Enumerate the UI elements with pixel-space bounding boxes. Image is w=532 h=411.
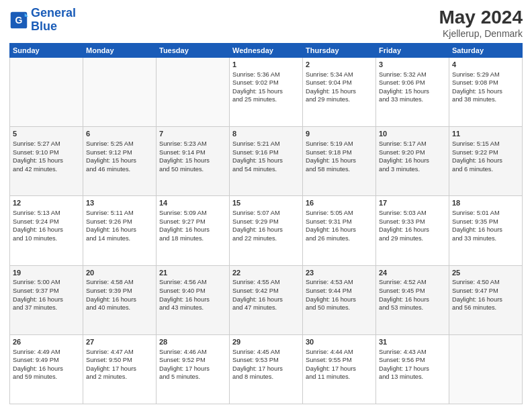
table-row: 12Sunrise: 5:13 AMSunset: 9:24 PMDayligh… bbox=[10, 196, 83, 265]
day-info: Sunrise: 5:11 AMSunset: 9:26 PMDaylight:… bbox=[86, 209, 153, 242]
calendar-table: Sunday Monday Tuesday Wednesday Thursday… bbox=[9, 43, 523, 404]
logo-icon: G bbox=[9, 11, 28, 30]
table-row: 22Sunrise: 4:55 AMSunset: 9:42 PMDayligh… bbox=[230, 265, 303, 334]
day-number: 15 bbox=[232, 198, 300, 208]
day-number: 18 bbox=[452, 198, 519, 208]
day-info: Sunrise: 4:49 AMSunset: 9:49 PMDaylight:… bbox=[13, 348, 80, 381]
logo-text: General Blue bbox=[31, 7, 76, 34]
day-info: Sunrise: 4:58 AMSunset: 9:39 PMDaylight:… bbox=[86, 278, 153, 312]
table-row: 10Sunrise: 5:17 AMSunset: 9:20 PMDayligh… bbox=[376, 127, 449, 196]
day-info: Sunrise: 5:36 AMSunset: 9:02 PMDaylight:… bbox=[232, 71, 300, 104]
day-info: Sunrise: 4:50 AMSunset: 9:47 PMDaylight:… bbox=[452, 278, 519, 312]
day-info: Sunrise: 4:45 AMSunset: 9:53 PMDaylight:… bbox=[232, 348, 300, 381]
day-number: 26 bbox=[13, 337, 80, 347]
day-info: Sunrise: 4:44 AMSunset: 9:55 PMDaylight:… bbox=[306, 348, 373, 381]
table-row: 28Sunrise: 4:46 AMSunset: 9:52 PMDayligh… bbox=[157, 334, 230, 404]
day-number: 1 bbox=[232, 60, 300, 70]
col-monday: Monday bbox=[83, 44, 157, 58]
day-number: 8 bbox=[232, 129, 300, 139]
table-row: 13Sunrise: 5:11 AMSunset: 9:26 PMDayligh… bbox=[83, 196, 157, 265]
day-info: Sunrise: 4:56 AMSunset: 9:40 PMDaylight:… bbox=[159, 278, 226, 312]
day-info: Sunrise: 4:43 AMSunset: 9:56 PMDaylight:… bbox=[379, 348, 446, 381]
calendar-week-row: 1Sunrise: 5:36 AMSunset: 9:02 PMDaylight… bbox=[10, 58, 523, 127]
day-number: 12 bbox=[13, 198, 80, 208]
day-info: Sunrise: 5:32 AMSunset: 9:06 PMDaylight:… bbox=[379, 71, 446, 104]
day-info: Sunrise: 5:21 AMSunset: 9:16 PMDaylight:… bbox=[232, 140, 300, 173]
table-row bbox=[449, 334, 523, 404]
table-row: 5Sunrise: 5:27 AMSunset: 9:10 PMDaylight… bbox=[10, 127, 83, 196]
table-row: 30Sunrise: 4:44 AMSunset: 9:55 PMDayligh… bbox=[303, 334, 376, 404]
day-number: 10 bbox=[379, 129, 446, 139]
day-number: 2 bbox=[306, 60, 373, 70]
table-row: 29Sunrise: 4:45 AMSunset: 9:53 PMDayligh… bbox=[230, 334, 303, 404]
day-number: 14 bbox=[159, 198, 226, 208]
day-number: 29 bbox=[232, 337, 300, 347]
table-row: 19Sunrise: 5:00 AMSunset: 9:37 PMDayligh… bbox=[10, 265, 83, 334]
table-row: 26Sunrise: 4:49 AMSunset: 9:49 PMDayligh… bbox=[10, 334, 83, 404]
day-number: 30 bbox=[306, 337, 373, 347]
col-saturday: Saturday bbox=[449, 44, 523, 58]
day-info: Sunrise: 4:53 AMSunset: 9:44 PMDaylight:… bbox=[306, 278, 373, 312]
day-info: Sunrise: 5:15 AMSunset: 9:22 PMDaylight:… bbox=[452, 140, 519, 173]
table-row: 16Sunrise: 5:05 AMSunset: 9:31 PMDayligh… bbox=[303, 196, 376, 265]
day-number: 24 bbox=[379, 268, 446, 278]
day-info: Sunrise: 5:05 AMSunset: 9:31 PMDaylight:… bbox=[306, 209, 373, 242]
table-row: 1Sunrise: 5:36 AMSunset: 9:02 PMDaylight… bbox=[230, 58, 303, 127]
day-number: 13 bbox=[86, 198, 153, 208]
col-thursday: Thursday bbox=[303, 44, 376, 58]
day-info: Sunrise: 5:34 AMSunset: 9:04 PMDaylight:… bbox=[306, 71, 373, 104]
day-info: Sunrise: 5:07 AMSunset: 9:29 PMDaylight:… bbox=[232, 209, 300, 242]
day-info: Sunrise: 5:23 AMSunset: 9:14 PMDaylight:… bbox=[159, 140, 226, 173]
table-row bbox=[10, 58, 83, 127]
table-row: 24Sunrise: 4:52 AMSunset: 9:45 PMDayligh… bbox=[376, 265, 449, 334]
calendar-week-row: 26Sunrise: 4:49 AMSunset: 9:49 PMDayligh… bbox=[10, 334, 523, 404]
day-info: Sunrise: 5:01 AMSunset: 9:35 PMDaylight:… bbox=[452, 209, 519, 242]
day-info: Sunrise: 5:17 AMSunset: 9:20 PMDaylight:… bbox=[379, 140, 446, 173]
table-row: 17Sunrise: 5:03 AMSunset: 9:33 PMDayligh… bbox=[376, 196, 449, 265]
day-number: 5 bbox=[13, 129, 80, 139]
day-number: 28 bbox=[159, 337, 226, 347]
calendar-week-row: 12Sunrise: 5:13 AMSunset: 9:24 PMDayligh… bbox=[10, 196, 523, 265]
table-row bbox=[83, 58, 157, 127]
table-row: 15Sunrise: 5:07 AMSunset: 9:29 PMDayligh… bbox=[230, 196, 303, 265]
day-number: 11 bbox=[452, 129, 519, 139]
table-row: 4Sunrise: 5:29 AMSunset: 9:08 PMDaylight… bbox=[449, 58, 523, 127]
table-row: 7Sunrise: 5:23 AMSunset: 9:14 PMDaylight… bbox=[157, 127, 230, 196]
day-number: 9 bbox=[306, 129, 373, 139]
day-info: Sunrise: 5:29 AMSunset: 9:08 PMDaylight:… bbox=[452, 71, 519, 104]
day-number: 16 bbox=[306, 198, 373, 208]
day-number: 6 bbox=[86, 129, 153, 139]
table-row: 11Sunrise: 5:15 AMSunset: 9:22 PMDayligh… bbox=[449, 127, 523, 196]
day-number: 23 bbox=[306, 268, 373, 278]
table-row: 3Sunrise: 5:32 AMSunset: 9:06 PMDaylight… bbox=[376, 58, 449, 127]
day-number: 20 bbox=[86, 268, 153, 278]
day-info: Sunrise: 5:25 AMSunset: 9:12 PMDaylight:… bbox=[86, 140, 153, 173]
table-row: 9Sunrise: 5:19 AMSunset: 9:18 PMDaylight… bbox=[303, 127, 376, 196]
day-info: Sunrise: 5:27 AMSunset: 9:10 PMDaylight:… bbox=[13, 140, 80, 173]
table-row: 31Sunrise: 4:43 AMSunset: 9:56 PMDayligh… bbox=[376, 334, 449, 404]
svg-text:G: G bbox=[15, 15, 23, 26]
day-info: Sunrise: 5:09 AMSunset: 9:27 PMDaylight:… bbox=[159, 209, 226, 242]
day-info: Sunrise: 4:46 AMSunset: 9:52 PMDaylight:… bbox=[159, 348, 226, 381]
day-number: 27 bbox=[86, 337, 153, 347]
table-row: 23Sunrise: 4:53 AMSunset: 9:44 PMDayligh… bbox=[303, 265, 376, 334]
title-block: May 2024 Kjellerup, Denmark bbox=[439, 7, 523, 39]
day-number: 17 bbox=[379, 198, 446, 208]
month-year-title: May 2024 bbox=[439, 7, 523, 28]
table-row: 27Sunrise: 4:47 AMSunset: 9:50 PMDayligh… bbox=[83, 334, 157, 404]
col-friday: Friday bbox=[376, 44, 449, 58]
day-info: Sunrise: 4:52 AMSunset: 9:45 PMDaylight:… bbox=[379, 278, 446, 312]
day-number: 19 bbox=[13, 268, 80, 278]
day-number: 31 bbox=[379, 337, 446, 347]
day-info: Sunrise: 4:55 AMSunset: 9:42 PMDaylight:… bbox=[232, 278, 300, 312]
table-row: 6Sunrise: 5:25 AMSunset: 9:12 PMDaylight… bbox=[83, 127, 157, 196]
table-row bbox=[157, 58, 230, 127]
calendar-week-row: 5Sunrise: 5:27 AMSunset: 9:10 PMDaylight… bbox=[10, 127, 523, 196]
day-info: Sunrise: 5:03 AMSunset: 9:33 PMDaylight:… bbox=[379, 209, 446, 242]
day-info: Sunrise: 5:19 AMSunset: 9:18 PMDaylight:… bbox=[306, 140, 373, 173]
calendar-header-row: Sunday Monday Tuesday Wednesday Thursday… bbox=[10, 44, 523, 58]
day-number: 21 bbox=[159, 268, 226, 278]
table-row: 20Sunrise: 4:58 AMSunset: 9:39 PMDayligh… bbox=[83, 265, 157, 334]
col-wednesday: Wednesday bbox=[230, 44, 303, 58]
page-header: G General Blue May 2024 Kjellerup, Denma… bbox=[9, 7, 523, 39]
